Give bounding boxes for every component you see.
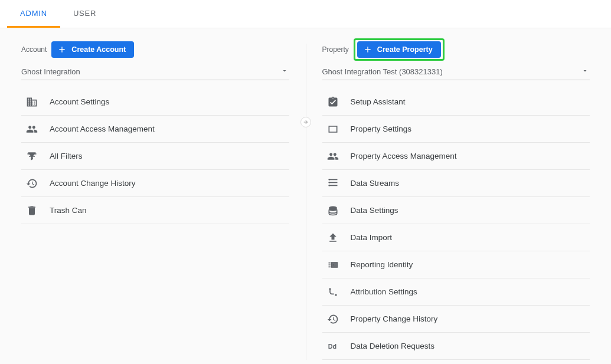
filter-icon (25, 150, 39, 162)
account-selected-value: Ghost Integration (21, 67, 80, 76)
svg-text:Dd: Dd (328, 343, 336, 350)
highlight-annotation: Create Property (354, 38, 445, 61)
svg-point-1 (328, 182, 330, 183)
people-icon (25, 123, 39, 135)
item-label: Trash Can (50, 206, 87, 215)
top-tabs: ADMIN USER (0, 0, 611, 28)
create-account-label: Create Account (71, 45, 126, 54)
account-settings-item[interactable]: Account Settings (21, 88, 289, 116)
account-access-management-item[interactable]: Account Access Management (21, 116, 289, 143)
data-streams-item[interactable]: Data Streams (322, 170, 590, 197)
svg-point-2 (328, 185, 330, 186)
item-label: All Filters (50, 152, 83, 160)
account-header-label: Account (21, 45, 47, 54)
identity-icon (326, 259, 340, 271)
attribution-icon (326, 286, 340, 298)
all-filters-item[interactable]: All Filters (21, 143, 289, 170)
item-label: Property Settings (351, 124, 412, 133)
account-column: Account Create Account Ghost Integration… (21, 39, 289, 360)
svg-point-5 (332, 264, 334, 265)
item-label: Data Settings (351, 206, 398, 215)
plus-icon (57, 45, 67, 54)
svg-point-7 (335, 294, 336, 296)
account-selector[interactable]: Ghost Integration (21, 65, 289, 80)
svg-point-6 (329, 288, 331, 290)
setup-assistant-item[interactable]: Setup Assistant (322, 88, 590, 116)
tab-user[interactable]: USER (60, 0, 109, 28)
item-label: Data Streams (351, 179, 400, 188)
business-icon (25, 96, 39, 108)
column-divider (306, 44, 306, 360)
data-deletion-requests-item[interactable]: Dd Data Deletion Requests (322, 333, 590, 360)
trash-icon (25, 205, 39, 217)
property-column: Property Create Property Ghost Integrati… (322, 39, 590, 360)
create-property-label: Create Property (377, 45, 433, 54)
data-settings-item[interactable]: Data Settings (322, 197, 590, 224)
property-header-label: Property (322, 45, 349, 54)
tab-admin[interactable]: ADMIN (7, 0, 60, 28)
reporting-identity-item[interactable]: Reporting Identity (322, 251, 590, 278)
people-icon (326, 150, 340, 162)
item-label: Property Access Management (351, 152, 457, 160)
streams-icon (326, 178, 340, 189)
create-account-button[interactable]: Create Account (51, 41, 134, 58)
item-label: Account Access Management (50, 124, 155, 133)
plus-icon (363, 45, 373, 54)
data-deletion-icon: Dd (326, 340, 340, 352)
property-settings-item[interactable]: Property Settings (322, 116, 590, 143)
move-property-icon[interactable] (300, 117, 311, 127)
upload-icon (326, 232, 340, 244)
item-label: Reporting Identity (351, 260, 413, 269)
caret-down-icon (581, 67, 589, 76)
attribution-settings-item[interactable]: Attribution Settings (322, 278, 590, 306)
item-label: Data Import (351, 233, 393, 242)
item-label: Data Deletion Requests (351, 342, 435, 350)
item-label: Attribution Settings (351, 287, 417, 296)
square-icon (326, 123, 340, 135)
trash-can-item[interactable]: Trash Can (21, 197, 289, 224)
caret-down-icon (281, 67, 288, 76)
property-change-history-item[interactable]: Property Change History (322, 306, 590, 333)
property-access-management-item[interactable]: Property Access Management (322, 143, 590, 170)
property-selected-value: Ghost Integration Test (308321331) (322, 67, 443, 76)
account-change-history-item[interactable]: Account Change History (21, 170, 289, 197)
property-selector[interactable]: Ghost Integration Test (308321331) (322, 65, 590, 80)
item-label: Account Change History (50, 179, 136, 188)
item-label: Property Change History (351, 314, 438, 323)
item-label: Setup Assistant (351, 97, 406, 106)
history-icon (326, 313, 340, 325)
database-icon (326, 205, 340, 217)
create-property-button[interactable]: Create Property (357, 41, 441, 58)
svg-point-0 (328, 179, 330, 181)
data-import-item[interactable]: Data Import (322, 224, 590, 251)
history-icon (25, 178, 39, 189)
assignment-icon (326, 96, 340, 108)
item-label: Account Settings (50, 97, 109, 106)
